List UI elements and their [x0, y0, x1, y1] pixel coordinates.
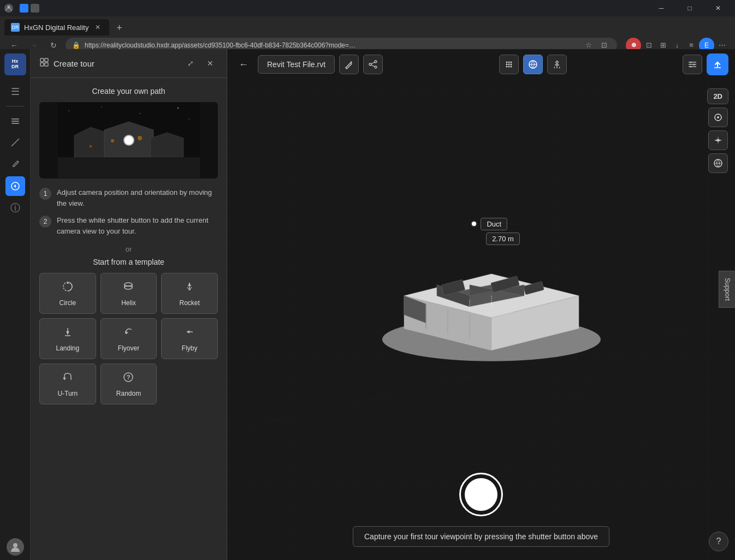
shutter-inner: [465, 478, 497, 511]
upload-button[interactable]: [707, 53, 728, 75]
sidebar-icon-layers[interactable]: [5, 111, 25, 130]
template-flyover-button[interactable]: Flyover: [100, 318, 157, 359]
panel-content: Create your own path: [31, 78, 227, 560]
flyover-label: Flyover: [118, 344, 139, 352]
ext-icon-1: [20, 4, 28, 13]
minimize-button[interactable]: ─: [649, 0, 674, 16]
flyby-icon: [183, 325, 196, 341]
svg-point-15: [188, 118, 189, 120]
instruction-num-2: 2: [39, 216, 51, 228]
circle-label: Circle: [59, 299, 76, 307]
uturn-label: U-Turn: [57, 390, 78, 397]
instruction-2: 2 Press the white shutter button to add …: [39, 215, 218, 236]
preview-shutter-indicator: [123, 135, 134, 146]
recenter-button[interactable]: [708, 108, 728, 127]
tab-favicon: DR: [11, 23, 20, 32]
or-divider: or: [39, 245, 218, 253]
sidebar-icon-edit[interactable]: [5, 154, 25, 174]
sidebar-icon-menu[interactable]: ☰: [5, 82, 25, 102]
svg-point-45: [375, 66, 377, 68]
template-section: Start from a template Circle Helix: [39, 258, 218, 404]
duct-label-container: Duct 2.70 m: [481, 218, 507, 230]
view-mode-label[interactable]: 2D: [707, 88, 728, 104]
instruction-text-1: Adjust camera position and orientation b…: [57, 187, 218, 208]
svg-point-23: [125, 286, 132, 289]
template-circle-button[interactable]: Circle: [39, 273, 96, 314]
random-label: Random: [116, 390, 141, 397]
svg-point-59: [690, 66, 692, 68]
close-button[interactable]: ✕: [706, 0, 731, 16]
template-random-button[interactable]: ? Random: [100, 364, 157, 404]
svg-point-44: [369, 63, 371, 65]
svg-point-11: [68, 110, 69, 111]
svg-point-49: [506, 64, 507, 65]
duct-annotation: Duct 2.70 m: [471, 218, 507, 230]
svg-point-84: [717, 116, 719, 118]
svg-rect-9: [45, 63, 48, 66]
browser-profile-icon[interactable]: [4, 4, 13, 13]
app-container: HxDR ☰ ⓘ Create tour ⤢ ✕: [0, 49, 735, 560]
file-name-button[interactable]: Revit Test File.rvt: [258, 55, 335, 74]
duct-tag: Duct: [481, 218, 507, 230]
sidebar-divider: [7, 106, 24, 106]
sidebar-icon-tour[interactable]: [5, 176, 25, 196]
extension-icons: [20, 4, 39, 13]
dots-grid-button[interactable]: [499, 55, 519, 74]
instruction-num-1: 1: [39, 188, 51, 200]
support-tab[interactable]: Support: [719, 271, 735, 308]
template-uturn-button[interactable]: U-Turn: [39, 364, 96, 404]
viewport-back-button[interactable]: ←: [234, 55, 253, 74]
helix-label: Helix: [121, 299, 136, 307]
active-tab[interactable]: DR HxGN Digital Reality ✕: [4, 19, 109, 35]
sidebar-icon-info[interactable]: ⓘ: [5, 198, 25, 218]
instruction-1: 1 Adjust camera position and orientation…: [39, 187, 218, 208]
create-path-title: Create your own path: [39, 87, 218, 96]
globe-view-button[interactable]: [708, 153, 728, 173]
duct-measurement: 2.70 m: [486, 233, 520, 245]
svg-rect-7: [45, 58, 48, 62]
tab-label: HxGN Digital Reality: [24, 23, 88, 32]
template-landing-button[interactable]: Landing: [39, 318, 96, 359]
tour-preview-image: [39, 102, 218, 178]
panel-expand-button[interactable]: ⤢: [183, 56, 198, 71]
svg-point-17: [111, 139, 114, 142]
svg-point-5: [13, 543, 17, 547]
svg-point-18: [138, 136, 142, 140]
svg-point-43: [375, 61, 377, 63]
svg-text:?: ?: [127, 374, 131, 380]
helix-icon: [122, 280, 135, 296]
svg-point-51: [510, 64, 512, 65]
compass-button[interactable]: [708, 130, 728, 150]
tab-close-button[interactable]: ✕: [93, 22, 103, 32]
svg-point-52: [506, 66, 507, 68]
shutter-button[interactable]: [459, 473, 503, 516]
user-avatar[interactable]: [7, 538, 24, 556]
svg-marker-33: [187, 330, 189, 333]
tab-bar: DR HxGN Digital Reality ✕ +: [0, 16, 735, 35]
svg-point-89: [717, 140, 719, 141]
main-viewport: ← Revit Test File.rvt: [227, 49, 735, 560]
svg-point-48: [510, 62, 512, 63]
filter-settings-button[interactable]: [683, 55, 702, 74]
ext-icon-2: [31, 4, 39, 13]
svg-point-42: [351, 62, 352, 63]
sidebar-icon-measure[interactable]: [5, 133, 25, 152]
svg-point-58: [693, 64, 695, 65]
panel-close-button[interactable]: ✕: [203, 56, 218, 71]
template-rocket-button[interactable]: Rocket: [161, 273, 218, 314]
anchor-button[interactable]: [547, 55, 567, 74]
new-tab-button[interactable]: +: [111, 20, 127, 35]
share-tool-button[interactable]: [363, 55, 383, 74]
svg-point-54: [510, 66, 512, 68]
wand-tool-button[interactable]: [339, 55, 359, 74]
template-helix-button[interactable]: Helix: [100, 273, 157, 314]
svg-point-13: [139, 113, 140, 114]
flyby-label: Flyby: [182, 344, 198, 352]
globe-button[interactable]: [523, 55, 543, 74]
flyover-icon: [122, 325, 135, 341]
template-flyby-button[interactable]: Flyby: [161, 318, 218, 359]
maximize-button[interactable]: □: [677, 0, 702, 16]
panel-title: Create tour: [54, 59, 179, 68]
help-button[interactable]: ?: [709, 532, 728, 551]
svg-point-57: [690, 62, 692, 63]
